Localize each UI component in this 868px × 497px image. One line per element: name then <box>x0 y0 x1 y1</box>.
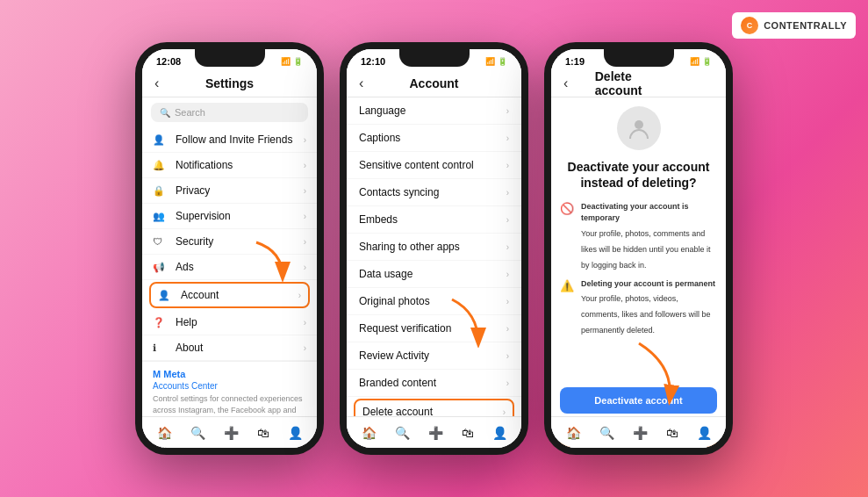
screen-title-2: Account <box>410 76 459 90</box>
home-nav-icon-3[interactable]: 🏠 <box>566 426 581 440</box>
status-time-2: 12:10 <box>361 56 385 67</box>
menu-item-account[interactable]: 👤 Account › <box>149 282 310 308</box>
phone-3-screen: 1:19 📶 🔋 ‹ Delete account Deactivate you… <box>551 49 726 448</box>
delete-icon: ⚠️ <box>560 279 574 292</box>
menu-item-about[interactable]: ℹ About › <box>142 335 317 361</box>
phone-2: 12:10 📶 🔋 ‹ Account Language › Captions … <box>340 42 528 455</box>
shop-nav-icon[interactable]: 🛍 <box>257 426 269 440</box>
status-icons-2: 📶 🔋 <box>485 57 507 66</box>
supervision-icon: 👥 <box>153 211 169 222</box>
info2-desc: Your profile, photos, videos, comments, … <box>581 294 711 335</box>
menu-item-ads[interactable]: 📢 Ads › <box>142 255 317 280</box>
security-icon: 🛡 <box>153 236 169 247</box>
deactivate-button[interactable]: Deactivate account <box>560 387 717 414</box>
search-icon-1: 🔍 <box>160 108 170 118</box>
profile-nav-icon[interactable]: 👤 <box>288 426 303 440</box>
info-item-deactivate: 🚫 Deactivating your account is temporary… <box>560 201 717 270</box>
menu-item-supervision[interactable]: 👥 Supervision › <box>142 204 317 229</box>
menu-item-help[interactable]: ❓ Help › <box>142 310 317 335</box>
account-item-embeds[interactable]: Embeds › <box>347 206 521 234</box>
menu-item-security[interactable]: 🛡 Security › <box>142 229 317 255</box>
deactivate-title: Deactivate your account instead of delet… <box>560 159 717 191</box>
menu-item-notifications[interactable]: 🔔 Notifications › <box>142 153 317 178</box>
phone-3: 1:19 📶 🔋 ‹ Delete account Deactivate you… <box>544 42 733 455</box>
shop-nav-icon-3[interactable]: 🛍 <box>666 426 678 440</box>
back-arrow-3[interactable]: ‹ <box>563 76 568 91</box>
account-item-contacts[interactable]: Contacts syncing › <box>347 179 521 206</box>
account-icon: 👤 <box>158 290 174 301</box>
nav-bar-3: ‹ Delete account <box>551 70 726 97</box>
meta-logo: M Meta <box>153 369 306 379</box>
delete-screen: Deactivate your account instead of delet… <box>551 97 726 448</box>
deactivate-icon: 🚫 <box>560 202 574 215</box>
profile-nav-icon-2[interactable]: 👤 <box>492 426 507 440</box>
home-nav-icon-2[interactable]: 🏠 <box>362 426 377 440</box>
search-nav-icon[interactable]: 🔍 <box>190 426 205 440</box>
phone-1: 12:08 📶 🔋 ‹ Settings 🔍 Search 👤 Follow a… <box>135 42 324 455</box>
info2-title: Deleting your account is permanent <box>581 278 717 290</box>
search-bar-1[interactable]: 🔍 Search <box>151 103 308 122</box>
status-time-3: 1:19 <box>565 56 585 67</box>
account-item-branded[interactable]: Branded content › <box>347 370 521 397</box>
info1-title: Deactivating your account is temporary <box>581 201 717 223</box>
status-time-1: 12:08 <box>156 56 181 67</box>
notif-icon: 🔔 <box>153 160 169 171</box>
menu-item-privacy[interactable]: 🔒 Privacy › <box>142 178 317 204</box>
account-item-verification[interactable]: Request verification › <box>347 315 521 342</box>
back-arrow-1[interactable]: ‹ <box>154 76 159 91</box>
follow-icon: 👤 <box>153 134 169 146</box>
notch-2 <box>399 49 470 67</box>
avatar-circle <box>617 106 661 150</box>
add-nav-icon-3[interactable]: ➕ <box>633 426 648 440</box>
about-icon: ℹ <box>153 342 169 354</box>
info1-desc: Your profile, photos, comments and likes… <box>581 229 711 270</box>
help-icon: ❓ <box>153 317 169 328</box>
account-item-data[interactable]: Data usage › <box>347 261 521 288</box>
profile-nav-icon-3[interactable]: 👤 <box>697 426 712 440</box>
search-placeholder-1: Search <box>175 107 205 118</box>
account-item-sensitive[interactable]: Sensitive content control › <box>347 152 521 179</box>
bottom-nav-3: 🏠 🔍 ➕ 🛍 👤 <box>551 416 726 448</box>
notch-3 <box>604 49 674 67</box>
screen-title-1: Settings <box>205 76 254 90</box>
nav-bar-1: ‹ Settings <box>142 70 317 97</box>
privacy-icon: 🔒 <box>153 185 169 197</box>
menu-item-follow[interactable]: 👤 Follow and Invite Friends › <box>142 127 317 153</box>
watermark-icon: C <box>741 17 758 34</box>
account-item-photos[interactable]: Original photos › <box>347 288 521 315</box>
search-nav-icon-3[interactable]: 🔍 <box>599 426 614 440</box>
add-nav-icon-2[interactable]: ➕ <box>428 426 443 440</box>
account-item-language[interactable]: Language › <box>347 97 521 125</box>
account-item-sharing[interactable]: Sharing to other apps › <box>347 234 521 261</box>
add-nav-icon[interactable]: ➕ <box>224 426 239 440</box>
bottom-nav-1: 🏠 🔍 ➕ 🛍 👤 <box>142 416 317 448</box>
search-nav-icon-2[interactable]: 🔍 <box>395 426 410 440</box>
ads-icon: 📢 <box>153 262 169 273</box>
phone-1-screen: 12:08 📶 🔋 ‹ Settings 🔍 Search 👤 Follow a… <box>142 49 317 448</box>
watermark-text: CONTENTRALLY <box>764 20 847 31</box>
svg-point-0 <box>635 120 643 129</box>
watermark: C CONTENTRALLY <box>732 12 856 39</box>
account-item-review[interactable]: Review Activity › <box>347 342 521 370</box>
phone-2-screen: 12:10 📶 🔋 ‹ Account Language › Captions … <box>347 49 521 448</box>
notch-1 <box>195 49 265 67</box>
home-nav-icon[interactable]: 🏠 <box>157 426 172 440</box>
info-item-delete: ⚠️ Deleting your account is permanent Yo… <box>560 278 717 337</box>
nav-bar-2: ‹ Account <box>347 70 521 97</box>
bottom-nav-2: 🏠 🔍 ➕ 🛍 👤 <box>347 416 521 448</box>
status-icons-1: 📶 🔋 <box>281 57 303 66</box>
back-arrow-2[interactable]: ‹ <box>359 76 363 91</box>
shop-nav-icon-2[interactable]: 🛍 <box>462 426 474 440</box>
accounts-center-link[interactable]: Accounts Center <box>153 381 306 391</box>
status-icons-3: 📶 🔋 <box>690 57 712 66</box>
account-item-captions[interactable]: Captions › <box>347 125 521 152</box>
screen-title-3: Delete account <box>595 69 683 97</box>
